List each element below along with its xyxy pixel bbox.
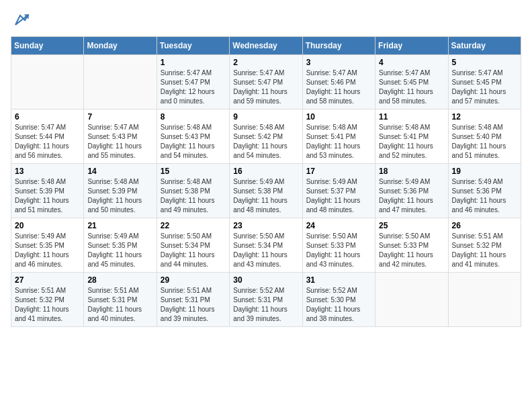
cell-info: Sunrise: 5:48 AMSunset: 5:41 PMDaylight:… <box>306 123 371 161</box>
calendar-cell: 15Sunrise: 5:48 AMSunset: 5:38 PMDayligh… <box>157 164 229 218</box>
day-number: 19 <box>452 167 517 176</box>
calendar-cell: 7Sunrise: 5:47 AMSunset: 5:43 PMDaylight… <box>84 109 157 164</box>
calendar-cell: 22Sunrise: 5:50 AMSunset: 5:34 PMDayligh… <box>157 218 229 273</box>
day-number: 20 <box>15 221 80 230</box>
day-number: 26 <box>452 221 517 230</box>
calendar-cell: 8Sunrise: 5:48 AMSunset: 5:43 PMDaylight… <box>157 109 229 164</box>
day-number: 15 <box>161 167 226 176</box>
calendar-week-row: 27Sunrise: 5:51 AMSunset: 5:32 PMDayligh… <box>11 273 521 327</box>
cell-info: Sunrise: 5:49 AMSunset: 5:38 PMDaylight:… <box>233 177 298 215</box>
cell-info: Sunrise: 5:51 AMSunset: 5:32 PMDaylight:… <box>452 232 517 269</box>
day-number: 13 <box>15 167 80 176</box>
calendar-cell <box>84 55 157 109</box>
cell-info: Sunrise: 5:52 AMSunset: 5:31 PMDaylight:… <box>233 286 298 324</box>
cell-info: Sunrise: 5:48 AMSunset: 5:39 PMDaylight:… <box>15 177 80 215</box>
calendar-week-row: 20Sunrise: 5:49 AMSunset: 5:35 PMDayligh… <box>11 218 521 273</box>
calendar-cell: 10Sunrise: 5:48 AMSunset: 5:41 PMDayligh… <box>302 109 375 164</box>
calendar-cell: 14Sunrise: 5:48 AMSunset: 5:39 PMDayligh… <box>84 164 157 218</box>
day-number: 2 <box>233 58 298 67</box>
calendar-cell: 26Sunrise: 5:51 AMSunset: 5:32 PMDayligh… <box>448 218 521 273</box>
cell-info: Sunrise: 5:48 AMSunset: 5:43 PMDaylight:… <box>161 123 226 161</box>
day-number: 24 <box>306 221 371 230</box>
day-number: 9 <box>233 112 298 122</box>
logo-icon <box>11 11 30 30</box>
cell-info: Sunrise: 5:49 AMSunset: 5:35 PMDaylight:… <box>87 232 152 269</box>
calendar-cell <box>375 273 448 327</box>
calendar-week-row: 13Sunrise: 5:48 AMSunset: 5:39 PMDayligh… <box>11 164 521 218</box>
day-number: 11 <box>379 112 444 122</box>
calendar-cell: 18Sunrise: 5:49 AMSunset: 5:36 PMDayligh… <box>375 164 448 218</box>
cell-info: Sunrise: 5:50 AMSunset: 5:33 PMDaylight:… <box>379 232 444 269</box>
day-number: 16 <box>233 167 298 176</box>
day-of-week-header: Wednesday <box>230 37 302 55</box>
day-number: 30 <box>233 275 298 285</box>
cell-info: Sunrise: 5:50 AMSunset: 5:34 PMDaylight:… <box>233 232 298 269</box>
calendar-cell: 30Sunrise: 5:52 AMSunset: 5:31 PMDayligh… <box>230 273 302 327</box>
cell-info: Sunrise: 5:47 AMSunset: 5:47 PMDaylight:… <box>233 68 298 106</box>
day-of-week-header: Monday <box>84 37 157 55</box>
cell-info: Sunrise: 5:48 AMSunset: 5:41 PMDaylight:… <box>379 123 444 161</box>
calendar-cell: 16Sunrise: 5:49 AMSunset: 5:38 PMDayligh… <box>230 164 302 218</box>
day-number: 22 <box>161 221 226 230</box>
day-number: 4 <box>379 58 444 67</box>
cell-info: Sunrise: 5:48 AMSunset: 5:42 PMDaylight:… <box>233 123 298 161</box>
day-number: 17 <box>306 167 371 176</box>
day-number: 23 <box>233 221 298 230</box>
calendar-cell: 20Sunrise: 5:49 AMSunset: 5:35 PMDayligh… <box>11 218 84 273</box>
cell-info: Sunrise: 5:47 AMSunset: 5:43 PMDaylight:… <box>87 123 152 161</box>
calendar-cell: 24Sunrise: 5:50 AMSunset: 5:33 PMDayligh… <box>302 218 375 273</box>
cell-info: Sunrise: 5:47 AMSunset: 5:47 PMDaylight:… <box>161 68 226 106</box>
cell-info: Sunrise: 5:51 AMSunset: 5:31 PMDaylight:… <box>87 286 152 324</box>
day-number: 1 <box>161 58 226 67</box>
day-number: 21 <box>87 221 152 230</box>
cell-info: Sunrise: 5:48 AMSunset: 5:38 PMDaylight:… <box>161 177 226 215</box>
cell-info: Sunrise: 5:50 AMSunset: 5:34 PMDaylight:… <box>161 232 226 269</box>
day-of-week-header: Thursday <box>302 37 375 55</box>
cell-info: Sunrise: 5:49 AMSunset: 5:36 PMDaylight:… <box>379 177 444 215</box>
day-of-week-header: Saturday <box>448 37 521 55</box>
cell-info: Sunrise: 5:47 AMSunset: 5:44 PMDaylight:… <box>15 123 80 161</box>
calendar-cell: 23Sunrise: 5:50 AMSunset: 5:34 PMDayligh… <box>230 218 302 273</box>
cell-info: Sunrise: 5:49 AMSunset: 5:35 PMDaylight:… <box>15 232 80 269</box>
cell-info: Sunrise: 5:51 AMSunset: 5:31 PMDaylight:… <box>161 286 226 324</box>
logo <box>11 11 32 30</box>
day-of-week-header: Sunday <box>11 37 84 55</box>
calendar-cell: 27Sunrise: 5:51 AMSunset: 5:32 PMDayligh… <box>11 273 84 327</box>
cell-info: Sunrise: 5:48 AMSunset: 5:40 PMDaylight:… <box>452 123 517 161</box>
calendar-cell: 5Sunrise: 5:47 AMSunset: 5:45 PMDaylight… <box>448 55 521 109</box>
calendar-cell: 17Sunrise: 5:49 AMSunset: 5:37 PMDayligh… <box>302 164 375 218</box>
calendar-cell <box>11 55 84 109</box>
cell-info: Sunrise: 5:47 AMSunset: 5:45 PMDaylight:… <box>379 68 444 106</box>
day-number: 3 <box>306 58 371 67</box>
day-number: 10 <box>306 112 371 122</box>
calendar-cell: 19Sunrise: 5:49 AMSunset: 5:36 PMDayligh… <box>448 164 521 218</box>
day-number: 8 <box>161 112 226 122</box>
cell-info: Sunrise: 5:52 AMSunset: 5:30 PMDaylight:… <box>306 286 371 324</box>
day-number: 5 <box>452 58 517 67</box>
calendar-table: SundayMondayTuesdayWednesdayThursdayFrid… <box>11 36 521 327</box>
calendar-cell: 21Sunrise: 5:49 AMSunset: 5:35 PMDayligh… <box>84 218 157 273</box>
calendar-cell: 6Sunrise: 5:47 AMSunset: 5:44 PMDaylight… <box>11 109 84 164</box>
calendar-cell: 29Sunrise: 5:51 AMSunset: 5:31 PMDayligh… <box>157 273 229 327</box>
day-number: 18 <box>379 167 444 176</box>
day-number: 25 <box>379 221 444 230</box>
calendar-week-row: 6Sunrise: 5:47 AMSunset: 5:44 PMDaylight… <box>11 109 521 164</box>
calendar-cell: 11Sunrise: 5:48 AMSunset: 5:41 PMDayligh… <box>375 109 448 164</box>
cell-info: Sunrise: 5:47 AMSunset: 5:46 PMDaylight:… <box>306 68 371 106</box>
calendar-header-row: SundayMondayTuesdayWednesdayThursdayFrid… <box>11 37 521 55</box>
calendar-cell: 9Sunrise: 5:48 AMSunset: 5:42 PMDaylight… <box>230 109 302 164</box>
calendar-cell: 12Sunrise: 5:48 AMSunset: 5:40 PMDayligh… <box>448 109 521 164</box>
calendar-cell: 4Sunrise: 5:47 AMSunset: 5:45 PMDaylight… <box>375 55 448 109</box>
cell-info: Sunrise: 5:50 AMSunset: 5:33 PMDaylight:… <box>306 232 371 269</box>
day-of-week-header: Friday <box>375 37 448 55</box>
calendar-cell: 28Sunrise: 5:51 AMSunset: 5:31 PMDayligh… <box>84 273 157 327</box>
day-of-week-header: Tuesday <box>157 37 229 55</box>
cell-info: Sunrise: 5:48 AMSunset: 5:39 PMDaylight:… <box>87 177 152 215</box>
cell-info: Sunrise: 5:47 AMSunset: 5:45 PMDaylight:… <box>452 68 517 106</box>
day-number: 14 <box>87 167 152 176</box>
calendar-cell: 1Sunrise: 5:47 AMSunset: 5:47 PMDaylight… <box>157 55 229 109</box>
calendar-cell: 25Sunrise: 5:50 AMSunset: 5:33 PMDayligh… <box>375 218 448 273</box>
cell-info: Sunrise: 5:49 AMSunset: 5:37 PMDaylight:… <box>306 177 371 215</box>
calendar-week-row: 1Sunrise: 5:47 AMSunset: 5:47 PMDaylight… <box>11 55 521 109</box>
cell-info: Sunrise: 5:49 AMSunset: 5:36 PMDaylight:… <box>452 177 517 215</box>
